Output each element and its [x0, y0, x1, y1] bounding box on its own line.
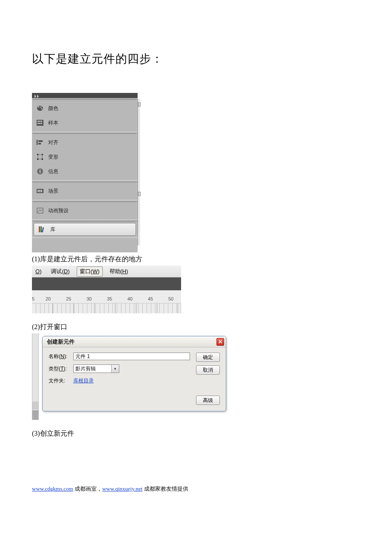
timeline: 5 20 25 30 35 40 45 50: [32, 290, 181, 313]
info-icon: [36, 168, 44, 175]
svg-rect-18: [42, 159, 43, 160]
ruler-number: 25: [58, 296, 79, 303]
svg-rect-14: [38, 155, 42, 159]
panels-screenshot: 颜色 样本 对齐 变形 信息 场景 动画预设: [32, 93, 138, 252]
symbol-type-select[interactable]: 影片剪辑 ▾: [73, 364, 119, 373]
dialog-title-text: 创建新元件: [47, 338, 75, 346]
symbol-name-input[interactable]: [73, 353, 190, 360]
caption-2: (2)打开窗口: [32, 323, 360, 332]
panel-item-label: 动画预设: [48, 207, 69, 214]
svg-rect-13: [38, 143, 41, 145]
panel-item-label: 信息: [48, 168, 58, 175]
menu-item-help[interactable]: 帮助(H): [107, 267, 131, 276]
svg-point-1: [38, 107, 40, 108]
select-value: 影片剪辑: [75, 365, 96, 373]
panel-item-align[interactable]: 对齐: [32, 135, 138, 150]
ruler-number: 20: [38, 296, 58, 303]
panel-item-label: 变形: [48, 153, 58, 161]
timeline-frames[interactable]: [32, 303, 181, 313]
panel-item-color[interactable]: 颜色: [32, 101, 138, 116]
ok-button[interactable]: 确定: [196, 353, 220, 362]
svg-point-2: [40, 107, 42, 108]
footer-link-1[interactable]: www.cdgkms.com: [32, 486, 73, 492]
left-strip: [32, 333, 39, 420]
panel-item-info[interactable]: 信息: [32, 164, 138, 179]
footer-link-2[interactable]: www.qinxuejy.net: [102, 486, 142, 492]
svg-point-20: [40, 170, 41, 171]
svg-rect-9: [39, 123, 40, 124]
transform-icon: [36, 153, 44, 161]
advanced-button[interactable]: 高级: [196, 396, 220, 405]
ruler-number: 50: [161, 296, 181, 303]
menubar: O) 调试(D) 窗口(W) 帮助(H): [32, 266, 181, 278]
align-icon: [36, 139, 44, 146]
panel-item-label: 库: [50, 226, 55, 233]
page-footer: www.cdgkms.com 成都画室，www.qinxuejy.net 成都家…: [32, 485, 360, 493]
footer-text: 成都家教友情提供: [142, 486, 188, 492]
page-heading: 以下是建立元件的四步：: [32, 51, 360, 66]
type-label: 类型(T):: [49, 365, 73, 373]
svg-rect-21: [40, 171, 40, 173]
svg-rect-28: [40, 226, 42, 232]
svg-rect-5: [37, 121, 39, 122]
svg-rect-25: [41, 190, 42, 192]
swatch-icon: [36, 119, 44, 127]
svg-rect-26: [37, 208, 43, 213]
menu-item-debug[interactable]: 调试(D): [48, 267, 72, 276]
svg-rect-16: [42, 154, 43, 155]
library-icon: [38, 225, 46, 233]
caption-1: (1)库是建立元件后，元件存在的地方: [32, 255, 360, 264]
dialog-screenshot: 创建新元件 ✕ 名称(N): 类型(T): 影片剪辑 ▾ 文件夹: 库: [32, 333, 228, 420]
toolbar-dark: [32, 278, 181, 290]
palette-icon: [36, 104, 44, 112]
close-icon[interactable]: ✕: [216, 338, 224, 346]
scrollbar[interactable]: [138, 99, 140, 246]
name-label: 名称(N):: [49, 353, 73, 360]
anim-preset-icon: [36, 207, 44, 214]
chevron-down-icon: ▾: [111, 365, 119, 373]
svg-rect-8: [37, 123, 39, 124]
panel-item-scene[interactable]: 场景: [32, 184, 138, 198]
panel-item-anim-preset[interactable]: 动画预设: [32, 203, 138, 218]
svg-rect-24: [39, 190, 40, 192]
panel-item-swatch[interactable]: 样本: [32, 116, 138, 130]
panel-item-label: 样本: [48, 119, 58, 127]
create-symbol-dialog: 创建新元件 ✕ 名称(N): 类型(T): 影片剪辑 ▾ 文件夹: 库: [42, 336, 226, 411]
panel-item-library[interactable]: 库: [34, 223, 136, 236]
svg-rect-17: [37, 159, 38, 160]
dialog-titlebar[interactable]: 创建新元件 ✕: [43, 336, 226, 347]
panel-collapse-bar[interactable]: [32, 93, 138, 98]
folder-link[interactable]: 库根目录: [73, 377, 94, 384]
svg-rect-27: [39, 226, 40, 232]
svg-rect-15: [37, 154, 38, 155]
menu-fragment-o[interactable]: O): [33, 267, 44, 275]
svg-rect-11: [37, 140, 37, 145]
scene-icon: [36, 187, 44, 195]
cancel-button[interactable]: 取消: [196, 365, 220, 375]
folder-label: 文件夹:: [49, 377, 73, 384]
caption-3: (3)创立新元件: [32, 429, 360, 438]
svg-rect-6: [39, 121, 40, 122]
svg-rect-23: [37, 190, 39, 192]
svg-rect-29: [42, 227, 44, 232]
ruler-number: 40: [120, 296, 140, 303]
svg-rect-12: [38, 140, 43, 142]
footer-text: 成都画室，: [73, 486, 102, 492]
panel-item-transform[interactable]: 变形: [32, 150, 138, 164]
ruler-number: 30: [79, 296, 99, 303]
svg-point-3: [41, 108, 43, 110]
panel-item-label: 对齐: [48, 139, 58, 146]
ruler-number: 45: [140, 296, 161, 303]
ruler-number: 5: [32, 296, 38, 303]
ruler-number: 35: [99, 296, 120, 303]
menu-timeline-screenshot: O) 调试(D) 窗口(W) 帮助(H) 5 20 25 30 35 40 45…: [32, 266, 181, 313]
svg-rect-10: [41, 123, 42, 124]
panel-item-label: 颜色: [48, 105, 58, 112]
menu-item-window[interactable]: 窗口(W): [77, 266, 103, 277]
svg-rect-7: [41, 121, 42, 122]
panel-item-label: 场景: [48, 188, 58, 195]
